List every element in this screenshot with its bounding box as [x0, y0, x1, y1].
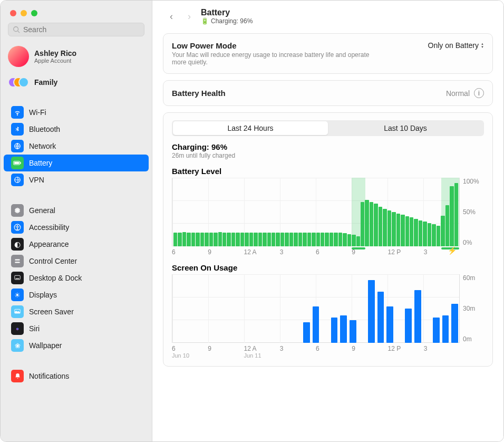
sidebar-item-label: General: [29, 206, 55, 215]
sidebar-item-label: Desktop & Dock: [29, 274, 82, 282]
bluetooth-icon: [11, 123, 24, 136]
sidebar-item-battery[interactable]: Battery: [4, 155, 149, 171]
screen-on-plot-area: [172, 274, 460, 343]
minimize-window-button[interactable]: [21, 10, 27, 16]
sidebar-item-wi-fi[interactable]: Wi-Fi: [4, 104, 149, 121]
sidebar-item-label: Siri: [29, 324, 40, 333]
lpm-selected-value: Only on Battery: [428, 41, 479, 50]
general-icon: [11, 204, 24, 217]
window-controls: [1, 1, 152, 23]
sidebar-item-network[interactable]: Network: [4, 138, 149, 155]
sidebar-item-label: Accessibility: [29, 223, 69, 232]
sidebar-item-label: Appearance: [29, 240, 69, 248]
sidebar-item-label: Wi-Fi: [29, 108, 46, 117]
sidebar-item-label: Battery: [29, 159, 52, 167]
sidebar-item-displays[interactable]: ☀Displays: [4, 286, 149, 303]
battery-icon: 🔋: [201, 17, 209, 25]
battery-level-chart: Battery Level ⚡ 100%50%0% 6912 A3 6912 P…: [172, 167, 484, 256]
wallpaper-icon: ❀: [11, 339, 24, 352]
time-to-full: 26m until fully charged: [172, 152, 484, 159]
updown-icon: ▲▼: [481, 42, 484, 49]
charging-status-text: Charging: 96%: [211, 17, 253, 25]
battery-health-value: Normal: [446, 89, 470, 98]
sidebar-item-accessibility[interactable]: Accessibility: [4, 219, 149, 236]
sidebar-item-label: Wallpaper: [29, 341, 62, 350]
tab-last-10-days[interactable]: Last 10 Days: [328, 121, 483, 135]
forward-button[interactable]: ›: [183, 10, 196, 23]
y-axis-labels: 100%50%0%: [460, 178, 484, 246]
sidebar-item-control-center[interactable]: Control Center: [4, 253, 149, 270]
svg-rect-11: [15, 262, 20, 263]
user-name: Ashley Rico: [34, 49, 76, 57]
accessibility-icon: [11, 221, 24, 234]
date-labels: Jun 10Jun 11: [172, 352, 460, 359]
time-range-segmented-control[interactable]: Last 24 Hours Last 10 Days: [172, 120, 484, 136]
main-content: ‹ › Battery 🔋 Charging: 96% Low Power Mo…: [152, 1, 503, 441]
lpm-title: Low Power Mode: [172, 41, 372, 50]
svg-rect-4: [20, 162, 21, 164]
search-field[interactable]: [8, 23, 144, 36]
sidebar-item-label: Displays: [29, 291, 57, 299]
sidebar-item-screen-saver[interactable]: Screen Saver: [4, 303, 149, 320]
wi-fi-icon: [11, 106, 24, 119]
screen-on-x-axis: 6912 A3 6912 P3: [172, 345, 460, 352]
tab-last-24-hours[interactable]: Last 24 Hours: [173, 121, 328, 135]
sidebar-item-notifications[interactable]: Notifications: [4, 368, 149, 385]
sidebar-item-label: VPN: [29, 176, 44, 184]
battery-level-title: Battery Level: [172, 167, 484, 176]
battery-health-card: Battery Health Normal i: [163, 80, 493, 106]
sidebar: Ashley Rico Apple Account Family Wi-FiBl…: [1, 1, 152, 441]
x-axis-labels: 6912 A3 6912 P3: [172, 248, 460, 256]
network-icon: [11, 140, 24, 152]
sidebar-item-label: Bluetooth: [29, 125, 60, 133]
screen-saver-icon: [11, 305, 24, 318]
battery-icon: [11, 157, 24, 169]
sidebar-item-family[interactable]: Family: [1, 71, 152, 93]
sidebar-item-desktop-dock[interactable]: Desktop & Dock: [4, 270, 149, 286]
sidebar-item-apple-account[interactable]: Ashley Rico Apple Account: [1, 42, 152, 71]
sidebar-item-label: Screen Saver: [29, 308, 74, 316]
sidebar-item-vpn[interactable]: VPN: [4, 171, 149, 188]
svg-rect-12: [15, 275, 21, 280]
search-icon: [13, 26, 20, 33]
close-window-button[interactable]: [10, 10, 16, 16]
appearance-icon: ◐: [11, 238, 24, 251]
siri-icon: ●: [11, 322, 24, 335]
zoom-window-button[interactable]: [31, 10, 37, 16]
user-account-type: Apple Account: [34, 57, 76, 64]
lpm-select[interactable]: Only on Battery ▲▼: [428, 41, 484, 50]
control-center-icon: [11, 255, 24, 267]
vpn-icon: [11, 174, 24, 186]
sidebar-item-siri[interactable]: ●Siri: [4, 320, 149, 337]
back-button[interactable]: ‹: [165, 10, 178, 23]
info-icon[interactable]: i: [474, 88, 484, 98]
svg-rect-10: [15, 260, 20, 261]
avatar: [8, 46, 29, 67]
low-power-mode-card: Low Power Mode Your Mac will reduce ener…: [163, 33, 493, 74]
svg-rect-5: [14, 162, 19, 164]
screen-on-y-axis: 60m30m0m: [460, 274, 484, 343]
svg-point-0: [14, 27, 18, 32]
header: ‹ › Battery 🔋 Charging: 96%: [152, 1, 503, 30]
svg-line-1: [18, 31, 20, 33]
charging-bolt-icon: ⚡: [448, 246, 457, 255]
family-avatar-group: [8, 75, 29, 89]
svg-rect-13: [16, 278, 20, 279]
notifications-icon: [11, 370, 24, 382]
search-input[interactable]: [23, 25, 140, 34]
lpm-description: Your Mac will reduce energy usage to inc…: [172, 51, 372, 66]
family-label: Family: [34, 78, 57, 87]
displays-icon: ☀: [11, 289, 24, 301]
desktop-dock-icon: [11, 272, 24, 284]
sidebar-item-bluetooth[interactable]: Bluetooth: [4, 121, 149, 138]
settings-window: Ashley Rico Apple Account Family Wi-FiBl…: [0, 0, 504, 442]
battery-health-title: Battery Health: [172, 89, 226, 98]
header-status: 🔋 Charging: 96%: [201, 17, 253, 25]
sidebar-item-appearance[interactable]: ◐Appearance: [4, 236, 149, 253]
screen-on-usage-chart: Screen On Usage 60m30m0m 6912 A3 6912 P: [172, 263, 484, 359]
sidebar-item-label: Network: [29, 142, 56, 150]
sidebar-item-wallpaper[interactable]: ❀Wallpaper: [4, 337, 149, 354]
svg-point-9: [17, 225, 18, 226]
sidebar-item-general[interactable]: General: [4, 202, 149, 219]
sidebar-item-label: Notifications: [29, 372, 69, 380]
